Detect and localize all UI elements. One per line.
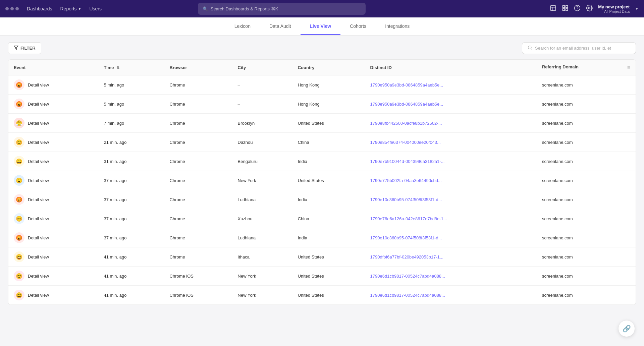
event-name: Detail view (28, 293, 49, 298)
browser-cell-0: Chrome (164, 75, 232, 95)
event-cell-1: 😡 Detail view (8, 95, 98, 114)
distinct-id-cell-4[interactable]: 1790e7b910044d-0043996a3182a1-... (365, 152, 537, 171)
event-name: Detail view (28, 274, 49, 279)
search-icon (528, 45, 532, 51)
time-cell-1: 5 min. ago (98, 95, 164, 114)
table-row[interactable]: 😄 Detail view 41 min. ago Chrome iOS New… (8, 286, 636, 305)
distinct-id-cell-10[interactable]: 1790e6d1cb9817-00524c7abd4a088... (365, 267, 537, 286)
svg-rect-0 (551, 5, 556, 10)
tab-data-audit[interactable]: Data Audit (260, 17, 301, 35)
table-row[interactable]: 😡 Detail view 5 min. ago Chrome – Hong K… (8, 95, 636, 114)
event-name: Detail view (28, 197, 49, 202)
distinct-id-link[interactable]: 1790e8fb442500-0acfe8b1b72502-... (370, 121, 442, 126)
distinct-id-cell-5[interactable]: 1790e775b002fa-04aa3e64490cbd... (365, 171, 537, 190)
nav-reports[interactable]: Reports ▼ (60, 6, 82, 11)
distinct-id-cell-9[interactable]: 1790dfbf6a77bf-020be492053b17-1... (365, 247, 537, 267)
city-cell-4: Bengaluru (232, 152, 292, 171)
distinct-id-link[interactable]: 1790e6d1cb9817-00524c7abd4a088... (370, 274, 445, 279)
avatar: 😄 (14, 290, 24, 300)
col-header-country: Country (292, 60, 365, 75)
distinct-id-cell-7[interactable]: 1790e76e6a126a-042e8617e7bd8e-1... (365, 209, 537, 228)
project-name: My new project (598, 4, 630, 9)
distinct-id-link[interactable]: 1790dfbf6a77bf-020be492053b17-1... (370, 254, 443, 260)
city-cell-8: Ludhiana (232, 228, 292, 247)
distinct-id-link[interactable]: 1790e950a9e3bd-0864859a4aeb5e... (370, 82, 443, 88)
col-header-city: City (232, 60, 292, 75)
city-cell-7: Xuzhou (232, 209, 292, 228)
avatar: 😡 (14, 194, 24, 205)
event-name: Detail view (28, 254, 49, 260)
events-table: Event Time ⇅ Browser City Country (8, 59, 636, 305)
project-selector[interactable]: My new project All Project Data (598, 4, 630, 13)
col-header-time[interactable]: Time ⇅ (98, 60, 164, 75)
distinct-id-link[interactable]: 1790e76e6a126a-042e8617e7bd8e-1... (370, 216, 447, 221)
table-row[interactable]: 😄 Detail view 31 min. ago Chrome Bengalu… (8, 152, 636, 171)
event-cell-5: 😮 Detail view (8, 171, 98, 190)
distinct-id-link[interactable]: 1790e854fe6374-004000ee20f043... (370, 140, 441, 145)
distinct-id-cell-1[interactable]: 1790e950a9e3bd-0864859a4aeb5e... (365, 95, 537, 114)
filter-button[interactable]: FILTER (8, 42, 41, 54)
time-cell-11: 41 min. ago (98, 286, 164, 305)
distinct-id-link[interactable]: 1790e6d1cb9817-00524c7abd4a088... (370, 293, 445, 298)
event-name: Detail view (28, 159, 49, 164)
tab-live-view[interactable]: Live View (301, 17, 341, 35)
table-row[interactable]: 😊 Detail view 41 min. ago Chrome iOS New… (8, 267, 636, 286)
city-cell-11: New York (232, 286, 292, 305)
dot-3 (15, 7, 19, 10)
grid-icon[interactable] (562, 5, 569, 13)
table-row[interactable]: 😡 Detail view 5 min. ago Chrome – Hong K… (8, 75, 636, 95)
distinct-id-link[interactable]: 1790e775b002fa-04aa3e64490cbd... (370, 178, 442, 183)
notifications-icon[interactable] (550, 5, 556, 13)
table-row[interactable]: 😮 Detail view 37 min. ago Chrome New Yor… (8, 171, 636, 190)
referring-domain-cell-9: screenlane.com (537, 247, 636, 267)
distinct-id-cell-0[interactable]: 1790e950a9e3bd-0864859a4aeb5e... (365, 75, 537, 95)
table-header: Event Time ⇅ Browser City Country (8, 60, 636, 75)
chevron-down-icon[interactable]: ▼ (635, 7, 639, 11)
country-cell-1: Hong Kong (292, 95, 365, 114)
svg-line-12 (531, 49, 532, 50)
tab-integrations[interactable]: Integrations (376, 17, 419, 35)
browser-cell-5: Chrome (164, 171, 232, 190)
tab-cohorts[interactable]: Cohorts (340, 17, 376, 35)
event-cell-4: 😄 Detail view (8, 152, 98, 171)
distinct-id-cell-2[interactable]: 1790e8fb442500-0acfe8b1b72502-... (365, 114, 537, 133)
svg-point-11 (528, 46, 531, 49)
table-row[interactable]: 😤 Detail view 7 min. ago Chrome Brooklyn… (8, 114, 636, 133)
distinct-id-cell-6[interactable]: 1790e10c360b95-074f508f3f53f1-d... (365, 190, 537, 209)
global-search[interactable]: 🔍 Search Dashboards & Reports ⌘K (198, 3, 366, 15)
nav-users[interactable]: Users (89, 6, 102, 11)
referring-domain-cell-11: screenlane.com (537, 286, 636, 305)
app-dots (5, 7, 19, 10)
column-options-icon[interactable]: ≡ (627, 64, 630, 70)
distinct-id-link[interactable]: 1790e10c360b95-074f508f3f53f1-d... (370, 235, 442, 240)
city-cell-2: Brooklyn (232, 114, 292, 133)
help-icon[interactable] (574, 5, 581, 13)
table-row[interactable]: 😡 Detail view 37 min. ago Chrome Ludhian… (8, 228, 636, 247)
distinct-id-cell-8[interactable]: 1790e10c360b95-074f508f3f53f1-d... (365, 228, 537, 247)
table-row[interactable]: 😄 Detail view 41 min. ago Chrome Ithaca … (8, 247, 636, 267)
event-name: Detail view (28, 216, 49, 221)
secondary-nav: Lexicon Data Audit Live View Cohorts Int… (0, 17, 644, 36)
city-cell-1: – (232, 95, 292, 114)
settings-icon[interactable] (586, 5, 593, 13)
search-events-placeholder: Search for an email address, user id, et (535, 46, 611, 51)
distinct-id-link[interactable]: 1790e7b910044d-0043996a3182a1-... (370, 159, 445, 164)
event-name: Detail view (28, 178, 49, 183)
tab-lexicon[interactable]: Lexicon (225, 17, 260, 35)
browser-cell-7: Chrome (164, 209, 232, 228)
avatar: 😄 (14, 251, 24, 262)
distinct-id-cell-11[interactable]: 1790e6d1cb9817-00524c7abd4a088... (365, 286, 537, 305)
distinct-id-link[interactable]: 1790e10c360b95-074f508f3f53f1-d... (370, 197, 442, 202)
table-row[interactable]: 😡 Detail view 37 min. ago Chrome Ludhian… (8, 190, 636, 209)
distinct-id-link[interactable]: 1790e950a9e3bd-0864859a4aeb5e... (370, 102, 443, 107)
browser-cell-6: Chrome (164, 190, 232, 209)
country-cell-5: United States (292, 171, 365, 190)
browser-cell-8: Chrome (164, 228, 232, 247)
table-row[interactable]: 😊 Detail view 21 min. ago Chrome Dazhou … (8, 133, 636, 152)
events-search[interactable]: Search for an email address, user id, et (522, 42, 636, 54)
distinct-id-cell-3[interactable]: 1790e854fe6374-004000ee20f043... (365, 133, 537, 152)
sort-icon: ⇅ (116, 66, 119, 70)
table-row[interactable]: 😊 Detail view 37 min. ago Chrome Xuzhou … (8, 209, 636, 228)
nav-dashboards[interactable]: Dashboards (27, 6, 52, 11)
svg-marker-10 (14, 46, 18, 50)
